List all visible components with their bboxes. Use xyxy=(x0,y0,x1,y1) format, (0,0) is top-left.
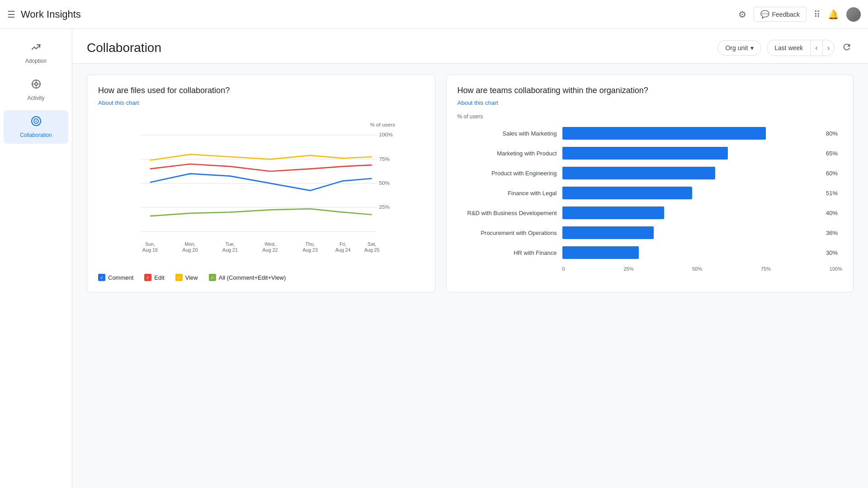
sidebar-item-adoption[interactable]: Adoption xyxy=(4,36,68,70)
feedback-icon: 💬 xyxy=(760,10,769,19)
chevron-down-icon: ▾ xyxy=(750,44,754,52)
bar-fill-5 xyxy=(562,226,654,239)
legend-view-label: View xyxy=(185,274,198,281)
svg-text:100%: 100% xyxy=(379,131,393,137)
bar-track-6 xyxy=(562,246,817,259)
bar-track-0 xyxy=(562,127,817,140)
activity-icon xyxy=(31,79,42,92)
org-unit-button[interactable]: Org unit ▾ xyxy=(717,40,761,56)
line-chart-svg: % of users 100% 75% 50% 25% xyxy=(98,121,424,265)
collaboration-icon xyxy=(31,116,42,129)
bar-chart-container: Sales with Marketing80%Marketing with Pr… xyxy=(458,127,843,259)
notifications-icon[interactable]: 🔔 xyxy=(828,9,839,20)
header-actions: ⚙ 💬 Feedback ⠿ 🔔 xyxy=(738,7,861,22)
svg-text:Aug 19: Aug 19 xyxy=(142,247,158,253)
bar-track-5 xyxy=(562,226,817,239)
svg-text:25%: 25% xyxy=(379,204,390,210)
bar-fill-6 xyxy=(562,246,639,259)
feedback-button[interactable]: 💬 Feedback xyxy=(754,7,807,22)
svg-text:Tue,: Tue, xyxy=(226,241,235,247)
x-tick-100: 100% xyxy=(830,266,842,272)
date-label: Last week xyxy=(767,41,810,55)
bar-fill-2 xyxy=(562,167,715,179)
bar-label-3: Finance with Legal xyxy=(458,190,557,197)
org-unit-label: Org unit xyxy=(725,44,748,52)
bar-row-2: Product with Engineering60% xyxy=(458,167,843,179)
legend-all-label: All (Comment+Edit+View) xyxy=(219,274,286,281)
bar-pct-3: 51% xyxy=(826,190,842,197)
svg-text:Aug 22: Aug 22 xyxy=(263,247,278,253)
svg-text:Mon,: Mon, xyxy=(185,241,196,247)
settings-icon[interactable]: ⚙ xyxy=(738,9,746,20)
bar-fill-1 xyxy=(562,147,728,160)
bar-label-5: Procurement with Operations xyxy=(458,230,557,236)
svg-text:Aug 24: Aug 24 xyxy=(335,247,351,253)
bar-label-1: Marketing with Product xyxy=(458,150,557,157)
bar-row-6: HR with Finance30% xyxy=(458,246,843,259)
bar-pct-1: 65% xyxy=(826,150,842,157)
bar-pct-6: 30% xyxy=(826,249,842,256)
bar-label-2: Product with Engineering xyxy=(458,170,557,177)
svg-point-4 xyxy=(35,121,37,122)
date-prev-button[interactable]: ‹ xyxy=(810,40,822,56)
bar-row-4: R&D with Business Developement40% xyxy=(458,206,843,219)
legend-edit: ✓ Edit xyxy=(144,274,164,281)
svg-text:Aug 20: Aug 20 xyxy=(183,247,198,253)
legend-all-check: ✓ xyxy=(209,274,216,281)
svg-text:Fri,: Fri, xyxy=(340,241,346,247)
line-chart-container: % of users 100% 75% 50% 25% xyxy=(98,121,424,267)
bar-track-2 xyxy=(562,167,817,179)
line-chart-legend: ✓ Comment ✓ Edit ✓ View ✓ All (Comment+E… xyxy=(98,274,424,281)
svg-text:Aug 25: Aug 25 xyxy=(364,247,380,253)
bar-fill-3 xyxy=(562,187,692,199)
bar-fill-0 xyxy=(562,127,766,140)
main-content: Collaboration Org unit ▾ Last week ‹ › xyxy=(72,29,868,488)
bar-label-0: Sales with Marketing xyxy=(458,130,557,137)
page-title: Collaboration xyxy=(87,41,161,55)
legend-view: ✓ View xyxy=(175,274,198,281)
charts-area: How are files used for collaboration? Ab… xyxy=(72,64,868,303)
app-title: Work Insights xyxy=(21,9,738,20)
avatar[interactable] xyxy=(846,7,861,22)
date-navigation: Last week ‹ › xyxy=(767,40,835,56)
bar-chart-x-axis: 0 25% 50% 75% 100% xyxy=(562,266,843,272)
legend-all: ✓ All (Comment+Edit+View) xyxy=(209,274,286,281)
sidebar-item-collaboration[interactable]: Collaboration xyxy=(4,110,68,144)
main-layout: Adoption Activity Collaboration xyxy=(0,29,868,488)
bar-chart-card: How are teams collaborating within the o… xyxy=(446,75,854,292)
adoption-icon xyxy=(31,42,42,55)
bar-pct-0: 80% xyxy=(826,130,842,137)
refresh-button[interactable] xyxy=(840,40,854,56)
legend-view-check: ✓ xyxy=(175,274,183,281)
svg-text:Sat,: Sat, xyxy=(368,241,376,247)
bar-fill-4 xyxy=(562,206,664,219)
apps-icon[interactable]: ⠿ xyxy=(814,9,821,20)
line-chart-about-link[interactable]: About this chart xyxy=(98,99,139,106)
bar-pct-2: 60% xyxy=(826,170,842,177)
legend-comment-label: Comment xyxy=(108,274,133,281)
avatar-image xyxy=(846,7,861,22)
svg-text:Aug 21: Aug 21 xyxy=(222,247,238,253)
bar-label-4: R&D with Business Developement xyxy=(458,210,557,216)
page-header: Collaboration Org unit ▾ Last week ‹ › xyxy=(72,29,868,64)
sidebar-item-activity-label: Activity xyxy=(27,95,44,101)
svg-text:Sun,: Sun, xyxy=(145,241,155,247)
svg-text:% of users: % of users xyxy=(370,122,395,127)
svg-text:Aug 23: Aug 23 xyxy=(302,247,318,253)
bar-row-1: Marketing with Product65% xyxy=(458,147,843,160)
line-chart-card: How are files used for collaboration? Ab… xyxy=(87,75,435,292)
bar-row-0: Sales with Marketing80% xyxy=(458,127,843,140)
sidebar-item-activity[interactable]: Activity xyxy=(4,73,68,107)
bar-row-3: Finance with Legal51% xyxy=(458,187,843,199)
sidebar-item-adoption-label: Adoption xyxy=(25,58,47,64)
svg-text:Thu,: Thu, xyxy=(305,241,315,247)
bar-chart-about-link[interactable]: About this chart xyxy=(458,99,498,106)
bar-chart-title: How are teams collaborating within the o… xyxy=(458,86,843,95)
date-next-button[interactable]: › xyxy=(822,40,834,56)
menu-icon[interactable]: ☰ xyxy=(7,9,15,20)
bar-pct-5: 36% xyxy=(826,230,842,236)
bar-track-1 xyxy=(562,147,817,160)
feedback-label: Feedback xyxy=(772,11,800,18)
legend-comment: ✓ Comment xyxy=(98,274,133,281)
bar-row-5: Procurement with Operations36% xyxy=(458,226,843,239)
